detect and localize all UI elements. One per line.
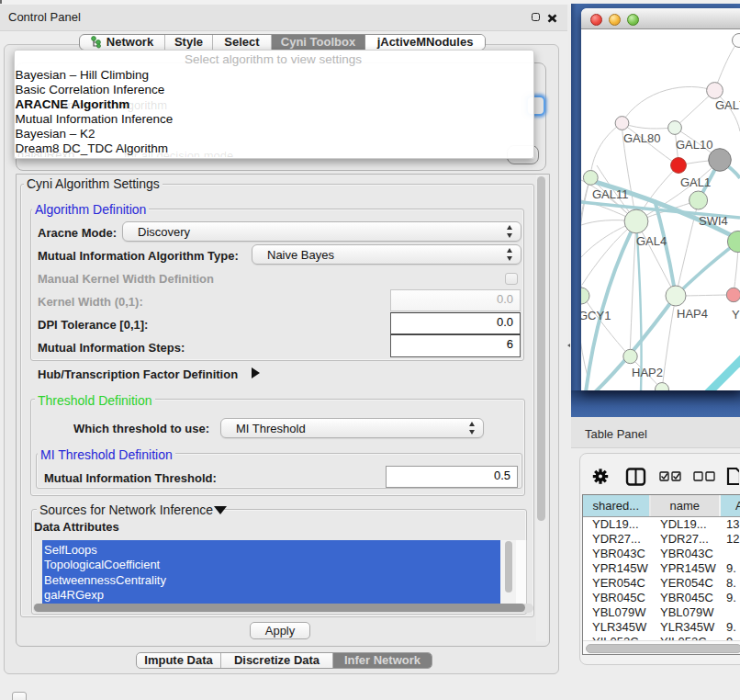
svg-text:HAP4: HAP4	[677, 307, 708, 321]
svg-text:GCY1: GCY1	[581, 309, 611, 322]
svg-text:GAL80: GAL80	[623, 131, 660, 145]
svg-text:GAL1: GAL1	[680, 175, 711, 189]
svg-text:GAL4: GAL4	[636, 234, 667, 248]
svg-text:GAL10: GAL10	[676, 138, 712, 152]
svg-text:SWI4: SWI4	[699, 214, 728, 228]
svg-text:GAL7: GAL7	[715, 98, 740, 112]
svg-text:HAP2: HAP2	[632, 366, 663, 379]
svg-text:GAL11: GAL11	[592, 187, 629, 201]
svg-text:Y: Y	[732, 308, 740, 322]
